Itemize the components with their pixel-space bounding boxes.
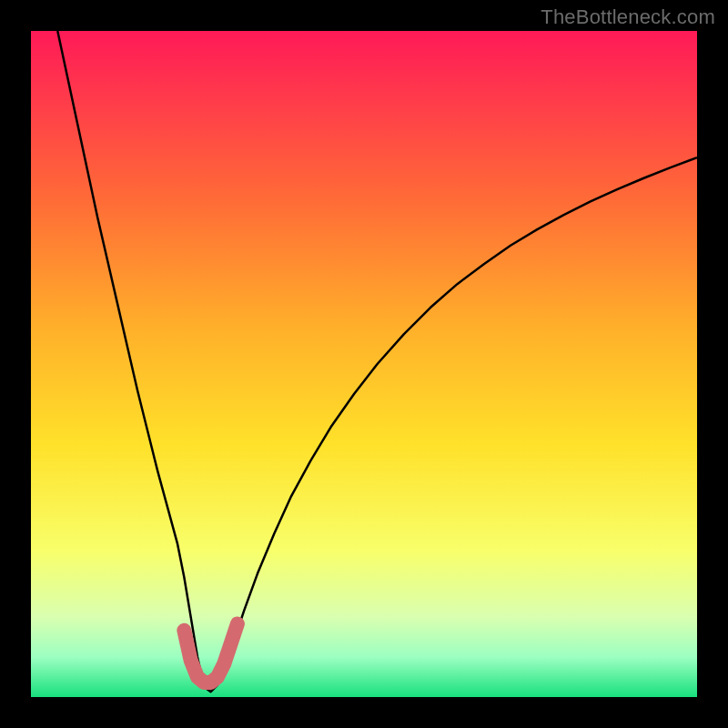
- watermark-text: TheBottleneck.com: [541, 5, 715, 29]
- chart-svg: [0, 0, 728, 728]
- chart-stage: TheBottleneck.com: [0, 0, 728, 728]
